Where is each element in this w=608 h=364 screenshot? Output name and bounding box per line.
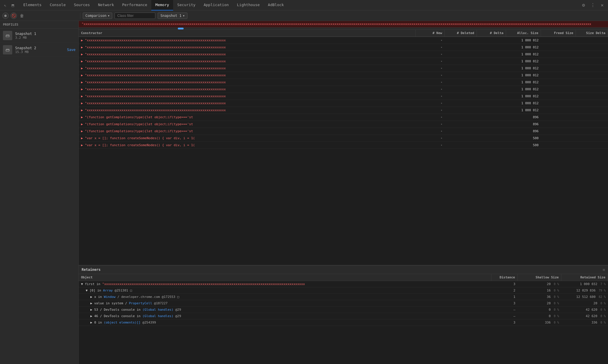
snapshot-item-2[interactable]: 🗃 Snapshot 2 15.3 MB Save bbox=[0, 43, 78, 57]
tab-memory[interactable]: Memory bbox=[151, 0, 173, 10]
tab-elements[interactable]: Elements bbox=[19, 0, 46, 10]
retainer-row[interactable]: ▶ 0 in (object elements)[] @254399 3 336… bbox=[79, 319, 608, 326]
sidebar-title: Profiles bbox=[0, 21, 78, 29]
th-new: # New bbox=[416, 30, 445, 36]
rth-retained: Retained Size bbox=[561, 274, 608, 281]
toolbar: ⏺ 🚫 🗑 Comparison ▾ Snapshot 1 ▾ bbox=[0, 10, 608, 21]
snapshot-item-1[interactable]: 🗃 Snapshot 1 3.2 MB bbox=[0, 29, 78, 43]
th-constructor: Constructor bbox=[79, 30, 416, 36]
bottom-panel-header: Retainers ≡ bbox=[79, 266, 608, 274]
table-row[interactable]: ▶ "xxxxxxxxxxxxxxxxxxxxxxxxxxxxxxxxxxxxx… bbox=[79, 107, 608, 114]
table-row[interactable]: ▶ "xxxxxxxxxxxxxxxxxxxxxxxxxxxxxxxxxxxxx… bbox=[79, 100, 608, 107]
retainer-row[interactable]: ▶ 46 / DevTools console in (Global handl… bbox=[79, 313, 608, 319]
panel-menu-icon[interactable]: ≡ bbox=[603, 267, 605, 272]
tab-adblock[interactable]: AdBlock bbox=[264, 0, 288, 10]
settings-button[interactable]: ⚙ bbox=[580, 2, 587, 9]
table-row[interactable]: ▶ "xxxxxxxxxxxxxxxxxxxxxxxxxxxxxxxxxxxxx… bbox=[79, 44, 608, 51]
tab-lighthouse[interactable]: Lighthouse bbox=[233, 0, 264, 10]
retainers-title: Retainers bbox=[82, 268, 101, 272]
snapshot-name-2: Snapshot 2 bbox=[15, 46, 64, 50]
dock-icon[interactable]: ⬒ bbox=[10, 2, 16, 8]
retainer-body: ▼ first in "xxxxxxxxxxxxxxxxxxxxxxxxxxxx… bbox=[79, 281, 608, 364]
th-freed: Freed Size bbox=[541, 30, 576, 36]
table-row[interactable]: ▶ "(function getCompletions(type){let ob… bbox=[79, 114, 608, 121]
retainer-row[interactable]: ▶ 53 / DevTools console in (Global handl… bbox=[79, 307, 608, 313]
record-button[interactable]: ⏺ bbox=[2, 13, 9, 19]
stop-button[interactable]: 🚫 bbox=[10, 13, 17, 19]
tab-performance[interactable]: Performance bbox=[118, 0, 151, 10]
snapshot-save-2[interactable]: Save bbox=[67, 48, 75, 52]
table-row[interactable]: ▶ "xxxxxxxxxxxxxxxxxxxxxxxxxxxxxxxxxxxxx… bbox=[79, 93, 608, 100]
retainers-header: Object Distance Shallow Size Retained Si… bbox=[79, 274, 608, 281]
retainer-row[interactable]: ▶ x in Window / developer.chrome.com @17… bbox=[79, 294, 608, 300]
tab-bar-right: ⚙ ⋮ ✕ bbox=[580, 2, 606, 9]
table-row[interactable]: ▶ "xxxxxxxxxxxxxxxxxxxxxxxxxxxxxxxxxxxxx… bbox=[79, 79, 608, 86]
tab-bar: ⇖ ⬒ Elements Console Sources Network Per… bbox=[0, 0, 608, 10]
th-deleted: # Deleted bbox=[445, 30, 477, 36]
rth-shallow: Shallow Size bbox=[518, 274, 561, 281]
retainer-row[interactable]: ▶ value in system / PropertyCell @187227… bbox=[79, 300, 608, 307]
rth-distance: Distance bbox=[491, 274, 518, 281]
clear-button[interactable]: 🗑 bbox=[19, 13, 25, 19]
table-body: ▶ "xxxxxxxxxxxxxxxxxxxxxxxxxxxxxxxxxxxxx… bbox=[79, 37, 608, 149]
rth-object: Object bbox=[79, 274, 491, 281]
tab-sources[interactable]: Sources bbox=[70, 0, 94, 10]
snapshot-icon-2: 🗃 bbox=[3, 45, 12, 54]
devtools-icons: ⇖ ⬒ bbox=[2, 2, 16, 8]
highlighted-constructor-row[interactable]: "xxxxxxxxxxxxxxxxxxxxxxxxxxxxxxxxxxxxxxx… bbox=[79, 21, 608, 27]
snapshot-name-1: Snapshot 1 bbox=[15, 32, 75, 36]
scroll-bar[interactable] bbox=[79, 27, 608, 30]
main-layout: Profiles 🗃 Snapshot 1 3.2 MB 🗃 Snapshot … bbox=[0, 21, 608, 364]
tab-network[interactable]: Network bbox=[94, 0, 118, 10]
cursor-icon[interactable]: ⇖ bbox=[2, 2, 8, 8]
table-row[interactable]: ▶ "xxxxxxxxxxxxxxxxxxxxxxxxxxxxxxxxxxxxx… bbox=[79, 51, 608, 58]
snapshot-info-1: Snapshot 1 3.2 MB bbox=[15, 32, 75, 40]
table-row[interactable]: ▶ "var x = []; function createSomeNodes(… bbox=[79, 135, 608, 142]
table-row[interactable]: ▶ "(function getCompletions(type){let ob… bbox=[79, 128, 608, 135]
scroll-thumb bbox=[178, 28, 184, 29]
snapshot-size-1: 3.2 MB bbox=[15, 36, 75, 40]
tab-console[interactable]: Console bbox=[46, 0, 70, 10]
class-filter-input[interactable] bbox=[115, 13, 155, 19]
table-row[interactable]: ▶ "xxxxxxxxxxxxxxxxxxxxxxxxxxxxxxxxxxxxx… bbox=[79, 86, 608, 93]
snapshot-dropdown[interactable]: Snapshot 1 ▾ bbox=[158, 13, 187, 19]
snapshot-size-2: 15.3 MB bbox=[15, 50, 64, 54]
th-alloc: Alloc. Size bbox=[506, 30, 541, 36]
table-row[interactable]: ▶ "(function getCompletions(type){let ob… bbox=[79, 121, 608, 128]
table-row[interactable]: ▶ "xxxxxxxxxxxxxxxxxxxxxxxxxxxxxxxxxxxxx… bbox=[79, 72, 608, 79]
table-row[interactable]: ▶ "xxxxxxxxxxxxxxxxxxxxxxxxxxxxxxxxxxxxx… bbox=[79, 58, 608, 65]
more-button[interactable]: ⋮ bbox=[589, 2, 596, 9]
snapshot-info-2: Snapshot 2 15.3 MB bbox=[15, 46, 64, 54]
content-area: "xxxxxxxxxxxxxxxxxxxxxxxxxxxxxxxxxxxxxxx… bbox=[79, 21, 608, 364]
table-row[interactable]: ▶ "var x = []; function createSomeNodes(… bbox=[79, 142, 608, 149]
comparison-dropdown[interactable]: Comparison ▾ bbox=[83, 13, 112, 19]
table-row[interactable]: ▶ "xxxxxxxxxxxxxxxxxxxxxxxxxxxxxxxxxxxxx… bbox=[79, 37, 608, 44]
snapshot-icon-1: 🗃 bbox=[3, 31, 12, 40]
table-header: Constructor # New # Deleted # Delta Allo… bbox=[79, 30, 608, 37]
tab-security[interactable]: Security bbox=[173, 0, 200, 10]
data-table[interactable]: Constructor # New # Deleted # Delta Allo… bbox=[79, 30, 608, 265]
retainer-row[interactable]: ▼ first in "xxxxxxxxxxxxxxxxxxxxxxxxxxxx… bbox=[79, 281, 608, 287]
bottom-panel: Retainers ≡ Object Distance Shallow Size… bbox=[79, 265, 608, 364]
table-row[interactable]: ▶ "xxxxxxxxxxxxxxxxxxxxxxxxxxxxxxxxxxxxx… bbox=[79, 65, 608, 72]
th-size-delta: Size Delta bbox=[576, 30, 608, 36]
sidebar: Profiles 🗃 Snapshot 1 3.2 MB 🗃 Snapshot … bbox=[0, 21, 79, 364]
toolbar-left: ⏺ 🚫 🗑 bbox=[2, 13, 80, 19]
th-delta: # Delta bbox=[477, 30, 506, 36]
retainer-row[interactable]: ▼ [0] in Array @251301 □ 2 16 0 % 12 029… bbox=[79, 287, 608, 294]
tab-application[interactable]: Application bbox=[200, 0, 233, 10]
close-button[interactable]: ✕ bbox=[599, 2, 606, 9]
